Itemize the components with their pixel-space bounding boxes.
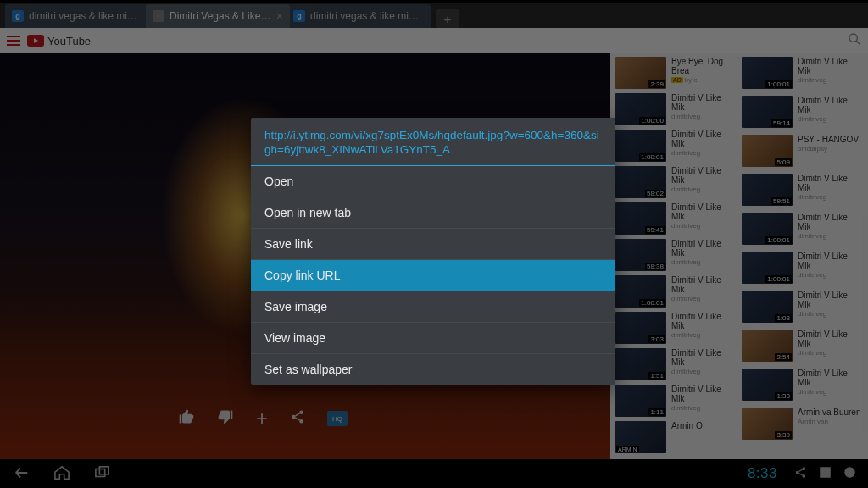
context-menu-item[interactable]: Open — [251, 166, 615, 197]
context-menu-item[interactable]: Set as wallpaper — [251, 354, 615, 385]
context-menu-item[interactable]: Copy link URL — [251, 260, 615, 291]
context-menu-item[interactable]: View image — [251, 323, 615, 354]
context-menu-item[interactable]: Open in new tab — [251, 197, 615, 229]
context-menu-url: http://i.ytimg.com/vi/xg7sptEx0Ms/hqdefa… — [251, 118, 615, 166]
context-menu-item[interactable]: Save image — [251, 291, 615, 323]
context-menu-item[interactable]: Save link — [251, 229, 615, 260]
context-menu: http://i.ytimg.com/vi/xg7sptEx0Ms/hqdefa… — [251, 118, 615, 385]
